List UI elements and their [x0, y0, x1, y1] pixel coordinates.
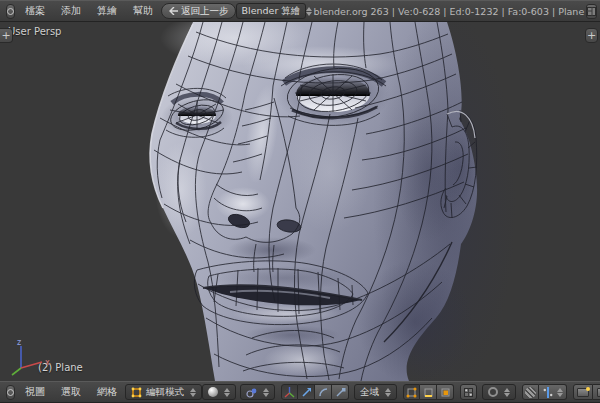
occlude-geometry-icon[interactable] [460, 384, 477, 400]
menu-add[interactable]: 添加 [53, 1, 89, 21]
proportional-edit-icon [488, 387, 498, 397]
menu-mesh[interactable]: 網格 [89, 382, 125, 402]
mode-dropdown[interactable]: 編輯模式 [125, 384, 202, 400]
info-header: 檔案 添加 算繪 幫助 返回上一步 Blender 算繪 blender.org… [0, 0, 600, 22]
proportional-edit-dropdown[interactable] [482, 384, 516, 400]
edge-select-icon[interactable] [420, 384, 437, 400]
scale-manipulator-icon[interactable] [332, 384, 349, 400]
scene-stats: blender.org 263 | Ve:0-628 | Ed:0-1232 |… [314, 6, 585, 17]
view-mode-label: User Persp [8, 26, 61, 37]
opengl-render-still-icon[interactable] [573, 384, 593, 400]
orientation-dropdown[interactable]: 全域 [354, 384, 397, 400]
screen-layout-icon[interactable] [586, 4, 597, 19]
rotate-manipulator-icon[interactable] [315, 384, 332, 400]
3d-viewport[interactable]: User Persp + + (2) Plane z x [0, 22, 600, 381]
snap-group [522, 384, 567, 400]
manipulator-group [281, 384, 349, 400]
menu-view[interactable]: 視圖 [17, 382, 53, 402]
engine-value: Blender 算繪 [242, 5, 301, 18]
shading-dropdown[interactable] [202, 384, 236, 400]
toolshelf-toggle[interactable]: + [0, 28, 13, 43]
dropdown-arrows-icon [306, 7, 312, 16]
menu-help[interactable]: 幫助 [125, 1, 161, 21]
face-select-icon[interactable] [437, 384, 454, 400]
back-button-label: 返回上一步 [181, 5, 229, 18]
pivot-point-icon [246, 387, 257, 398]
opengl-render-anim-icon[interactable] [593, 384, 600, 400]
viewport-shading-icon [208, 387, 218, 397]
3d-view-editor-icon[interactable] [6, 385, 15, 400]
menu-render[interactable]: 算繪 [89, 1, 125, 21]
axis-gizmo: z x [4, 337, 50, 379]
properties-toggle[interactable]: + [585, 28, 598, 43]
opengl-render-group [573, 384, 600, 400]
edit-mode-icon [131, 387, 142, 398]
axis-z-label: z [17, 338, 21, 347]
axis-x-label: x [45, 358, 50, 367]
translate-manipulator-icon[interactable] [298, 384, 315, 400]
head-mesh-object[interactable] [0, 22, 600, 381]
info-editor-icon[interactable] [6, 4, 15, 19]
pivot-dropdown[interactable] [240, 384, 275, 400]
dropdown-arrows-icon [190, 388, 196, 397]
snap-magnet-icon[interactable] [522, 384, 539, 400]
vertex-select-icon[interactable] [403, 384, 420, 400]
select-mode-group [403, 384, 454, 400]
orientation-value: 全域 [360, 386, 379, 399]
viewport-header: 視圖 選取 網格 編輯模式 [0, 381, 600, 403]
blender-window: 檔案 添加 算繪 幫助 返回上一步 Blender 算繪 blender.org… [0, 0, 600, 403]
render-engine-dropdown[interactable]: Blender 算繪 [236, 3, 306, 19]
back-arrow-icon [168, 7, 178, 15]
snap-element-icon[interactable] [539, 384, 567, 400]
mode-value: 編輯模式 [146, 386, 184, 399]
back-button[interactable]: 返回上一步 [161, 3, 236, 19]
menu-select[interactable]: 選取 [53, 382, 89, 402]
menu-file[interactable]: 檔案 [17, 1, 53, 21]
manipulator-axes-icon[interactable] [281, 384, 298, 400]
